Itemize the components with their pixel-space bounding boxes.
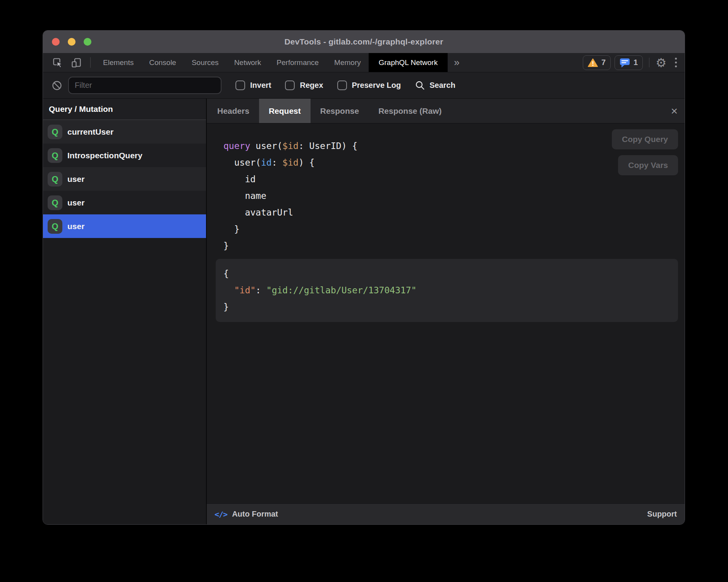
regex-label: Regex bbox=[300, 81, 323, 90]
regex-checkbox[interactable] bbox=[285, 80, 295, 90]
regex-checkbox-group: Regex bbox=[285, 80, 323, 90]
close-window-button[interactable] bbox=[52, 38, 60, 46]
support-link[interactable]: Support bbox=[647, 510, 677, 519]
issues-badge[interactable]: 1 bbox=[615, 55, 643, 70]
tab-network[interactable]: Network bbox=[227, 53, 269, 72]
query-list-item-user[interactable]: Quser bbox=[43, 214, 206, 238]
invert-label: Invert bbox=[250, 81, 271, 90]
panel-tabs-strip: ElementsConsoleSourcesNetworkPerformance… bbox=[95, 53, 448, 72]
query-list-item-user[interactable]: Quser bbox=[43, 191, 206, 214]
query-name-label: IntrospectionQuery bbox=[67, 151, 143, 160]
inspect-element-icon[interactable] bbox=[48, 53, 67, 72]
query-variables-code: { "id": "gid://gitlab/User/13704317"} bbox=[223, 265, 670, 315]
clear-requests-icon[interactable] bbox=[52, 80, 62, 91]
preserve-log-checkbox-group: Preserve Log bbox=[337, 80, 401, 90]
settings-gear-icon[interactable]: ⚙ bbox=[650, 53, 672, 72]
preserve-log-checkbox[interactable] bbox=[337, 80, 347, 90]
copy-buttons: Copy Query Copy Vars bbox=[612, 129, 678, 175]
tab-request[interactable]: Request bbox=[259, 99, 311, 123]
toolbar-divider bbox=[90, 57, 91, 68]
query-name-label: currentUser bbox=[67, 127, 113, 137]
warnings-count: 7 bbox=[601, 58, 606, 67]
window-title: DevTools - gitlab.com/-/graphql-explorer bbox=[284, 37, 443, 46]
close-icon[interactable]: × bbox=[671, 99, 678, 123]
panel-footer: </> Auto Format Support bbox=[207, 503, 685, 524]
query-variables-card: { "id": "gid://gitlab/User/13704317"} bbox=[216, 259, 678, 322]
warnings-badge[interactable]: 7 bbox=[583, 55, 611, 70]
filter-bar: Invert Regex Preserve Log Search bbox=[43, 72, 685, 99]
more-options-icon[interactable] bbox=[672, 53, 685, 72]
query-type-badge: Q bbox=[48, 125, 62, 139]
query-list: QcurrentUserQIntrospectionQueryQuserQuse… bbox=[43, 120, 206, 238]
query-list-item-currentUser[interactable]: QcurrentUser bbox=[43, 120, 206, 144]
auto-format-control[interactable]: </> Auto Format bbox=[215, 510, 278, 519]
search-label: Search bbox=[429, 81, 455, 90]
tab-memory[interactable]: Memory bbox=[326, 53, 369, 72]
titlebar: DevTools - gitlab.com/-/graphql-explorer bbox=[43, 31, 685, 53]
preserve-log-label: Preserve Log bbox=[352, 81, 401, 90]
copy-query-button[interactable]: Copy Query bbox=[612, 129, 678, 149]
code-brackets-icon: </> bbox=[215, 510, 227, 519]
devtools-tabbar: ElementsConsoleSourcesNetworkPerformance… bbox=[43, 53, 685, 72]
message-bubble-icon bbox=[620, 58, 630, 68]
more-tabs-button[interactable]: » bbox=[448, 53, 465, 72]
main-area: Query / Mutation QcurrentUserQIntrospect… bbox=[43, 99, 685, 524]
request-tab-content: query user($id: UserID) { user(id: $id) … bbox=[207, 123, 685, 503]
tab-elements[interactable]: Elements bbox=[95, 53, 141, 72]
zoom-window-button[interactable] bbox=[84, 38, 91, 46]
tab-response-raw-[interactable]: Response (Raw) bbox=[369, 99, 451, 123]
device-toolbar-icon[interactable] bbox=[67, 53, 86, 72]
query-type-badge: Q bbox=[48, 195, 62, 210]
query-name-label: user bbox=[67, 222, 84, 231]
issues-count: 1 bbox=[634, 58, 638, 67]
search-icon bbox=[415, 80, 425, 91]
tab-console[interactable]: Console bbox=[141, 53, 184, 72]
minimize-window-button[interactable] bbox=[68, 38, 76, 46]
tab-sources[interactable]: Sources bbox=[184, 53, 227, 72]
query-list-item-IntrospectionQuery[interactable]: QIntrospectionQuery bbox=[43, 144, 206, 167]
query-type-badge: Q bbox=[48, 148, 62, 163]
graphql-query-code: query user($id: UserID) { user(id: $id) … bbox=[223, 138, 678, 254]
tab-response[interactable]: Response bbox=[311, 99, 369, 123]
query-list-item-user[interactable]: Quser bbox=[43, 167, 206, 191]
query-name-label: user bbox=[67, 198, 84, 207]
query-type-badge: Q bbox=[48, 219, 62, 234]
warning-icon bbox=[588, 58, 598, 67]
tab-performance[interactable]: Performance bbox=[269, 53, 326, 72]
filter-input[interactable] bbox=[68, 77, 221, 94]
traffic-lights bbox=[52, 31, 91, 53]
auto-format-label: Auto Format bbox=[232, 510, 278, 519]
tab-graphql-network[interactable]: GraphQL Network bbox=[369, 53, 448, 72]
devtools-window: DevTools - gitlab.com/-/graphql-explorer… bbox=[43, 30, 685, 525]
request-panel-tabs: HeadersRequestResponseResponse (Raw) × bbox=[207, 99, 685, 123]
query-mutation-header: Query / Mutation bbox=[43, 99, 206, 120]
search-control[interactable]: Search bbox=[415, 80, 455, 91]
request-panel: HeadersRequestResponseResponse (Raw) × q… bbox=[207, 99, 685, 524]
copy-vars-button[interactable]: Copy Vars bbox=[618, 155, 678, 175]
query-type-badge: Q bbox=[48, 172, 62, 187]
tab-headers[interactable]: Headers bbox=[208, 99, 259, 123]
invert-checkbox-group: Invert bbox=[235, 80, 271, 90]
query-name-label: user bbox=[67, 175, 84, 184]
toolbar-divider bbox=[649, 58, 649, 67]
query-sidebar: Query / Mutation QcurrentUserQIntrospect… bbox=[43, 99, 207, 524]
invert-checkbox[interactable] bbox=[235, 80, 245, 90]
